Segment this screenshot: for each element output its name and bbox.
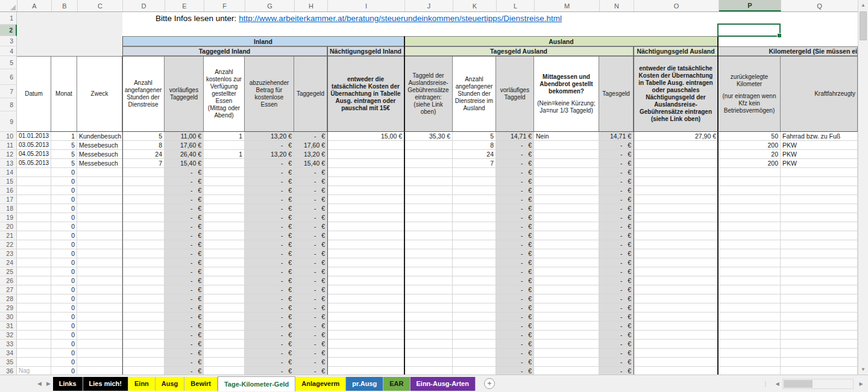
cell-P17[interactable]	[719, 195, 781, 204]
cell-G13[interactable]: - €	[245, 159, 294, 168]
cell-A11[interactable]: 03.05.2013	[17, 141, 51, 150]
cell-A14[interactable]	[17, 168, 51, 177]
cell-H30[interactable]: - €	[294, 313, 327, 322]
row-header-5[interactable]: 5	[0, 56, 17, 69]
cell-C19[interactable]	[77, 213, 122, 222]
cell-N18[interactable]: - €	[599, 204, 634, 213]
cell-F26[interactable]	[204, 276, 245, 285]
field-header-abzug-essen[interactable]: abzuziehender Betrag für kostenlose Esse…	[245, 56, 294, 132]
cell-D13[interactable]: 7	[122, 159, 165, 168]
cell-M26[interactable]	[534, 276, 599, 285]
cell-H13[interactable]: 15,40 €	[294, 159, 327, 168]
cell-P21[interactable]	[719, 231, 781, 240]
row-header-34[interactable]: 34	[0, 349, 17, 358]
row-header-11[interactable]: 11	[0, 141, 17, 150]
hscroll-left-button[interactable]: ◀	[772, 379, 782, 389]
cell-C13[interactable]: Messebesuch	[77, 159, 122, 168]
cell-Q13[interactable]: PKW	[781, 159, 858, 168]
cell-H32[interactable]: - €	[294, 331, 327, 340]
cell-O33[interactable]	[634, 340, 719, 349]
cell-M10[interactable]: Nein	[534, 132, 599, 141]
cell-C11[interactable]: Messebesuch	[77, 141, 122, 150]
column-header-I[interactable]: I	[328, 0, 405, 11]
select-all-corner[interactable]	[0, 0, 17, 11]
cell-M16[interactable]	[534, 186, 599, 195]
cell-O31[interactable]	[634, 322, 719, 331]
column-header-Q[interactable]: Q	[781, 0, 858, 11]
row-header-6[interactable]: 6	[0, 69, 17, 85]
cell-G33[interactable]: - €	[245, 340, 294, 349]
cell-D33[interactable]	[122, 340, 165, 349]
cell-A34[interactable]	[17, 349, 51, 358]
cell-J11[interactable]	[404, 141, 453, 150]
cell-E36[interactable]: - €	[165, 367, 204, 375]
cell-Q30[interactable]	[781, 313, 858, 322]
cell-O35[interactable]	[634, 358, 719, 367]
cell-P36[interactable]	[719, 367, 781, 375]
cell-I27[interactable]	[327, 285, 404, 294]
row-header-35[interactable]: 35	[0, 358, 17, 367]
row-header-17[interactable]: 17	[0, 195, 17, 204]
cell-A21[interactable]	[17, 231, 51, 240]
column-header-D[interactable]: D	[123, 0, 165, 11]
field-header-mittagessen[interactable]: Mittagessen und Abendbrot gestellt bekom…	[534, 56, 599, 132]
row-header-8[interactable]: 8	[0, 98, 17, 111]
cell-Q31[interactable]	[781, 322, 858, 331]
cell-C10[interactable]: Kundenbesuch	[77, 132, 122, 141]
cell-B25[interactable]: 0	[51, 267, 77, 276]
cell-G12[interactable]: 13,20 €	[245, 150, 294, 159]
cell-D25[interactable]	[122, 267, 165, 276]
cell-K35[interactable]	[453, 358, 496, 367]
cell-H28[interactable]: - €	[294, 294, 327, 303]
cell-G21[interactable]: - €	[245, 231, 294, 240]
cell-L16[interactable]: - €	[496, 186, 534, 195]
cell-H34[interactable]: - €	[294, 349, 327, 358]
cell-A12[interactable]: 04.05.2013	[17, 150, 51, 159]
cell-I34[interactable]	[327, 349, 404, 358]
cell-E35[interactable]: - €	[165, 358, 204, 367]
cell-J13[interactable]	[404, 159, 453, 168]
cell-D32[interactable]	[122, 331, 165, 340]
cell-L23[interactable]: - €	[496, 249, 534, 258]
cell-P26[interactable]	[719, 276, 781, 285]
cell-K15[interactable]	[453, 177, 496, 186]
field-header-naechtigung-inland[interactable]: entweder die tatsächliche Kosten der Übe…	[327, 56, 404, 132]
cell-L15[interactable]: - €	[496, 177, 534, 186]
cell-L30[interactable]: - €	[496, 313, 534, 322]
field-header-taggeld-auslandssaetze[interactable]: Taggeld der Auslandsreise-Gebührensätze …	[404, 56, 453, 132]
vertical-scroll-thumb[interactable]	[860, 11, 867, 40]
cell-I30[interactable]	[327, 313, 404, 322]
cell-H33[interactable]: - €	[294, 340, 327, 349]
cell-F11[interactable]	[204, 141, 245, 150]
column-header-K[interactable]: K	[453, 0, 497, 11]
cell-E16[interactable]: - €	[165, 186, 204, 195]
sheet-tab-links[interactable]: Links	[53, 377, 83, 391]
cell-O28[interactable]	[634, 294, 719, 303]
cell-D19[interactable]	[122, 213, 165, 222]
cell-M35[interactable]	[534, 358, 599, 367]
cell-P22[interactable]	[719, 240, 781, 249]
cell-O12[interactable]	[634, 150, 719, 159]
sheet-tab-lies-mich-[interactable]: Lies mich!	[83, 377, 128, 391]
field-header-kostenlose-essen[interactable]: Anzahl kostenlos zur Verfügung gestellte…	[204, 56, 245, 132]
cell-A31[interactable]	[17, 322, 51, 331]
cell-G18[interactable]: - €	[245, 204, 294, 213]
cell-K33[interactable]	[453, 340, 496, 349]
row-header-31[interactable]: 31	[0, 322, 17, 331]
cell-K21[interactable]	[453, 231, 496, 240]
cell-N12[interactable]: - €	[599, 150, 634, 159]
cell-G11[interactable]: - €	[245, 141, 294, 150]
column-header-G[interactable]: G	[245, 0, 295, 11]
cell-G25[interactable]: - €	[245, 267, 294, 276]
cell-D27[interactable]	[122, 285, 165, 294]
cell-M34[interactable]	[534, 349, 599, 358]
cell-E20[interactable]: - €	[165, 222, 204, 231]
cell-D14[interactable]	[122, 168, 165, 177]
cell-M33[interactable]	[534, 340, 599, 349]
subsection-naechtigungsgeld-ausland[interactable]: Nächtigungsgeld Ausland	[634, 46, 719, 56]
cell-A1-C1[interactable]	[17, 12, 122, 25]
cell-H27[interactable]: - €	[294, 285, 327, 294]
cell-L20[interactable]: - €	[496, 222, 534, 231]
field-header-stunden-inland[interactable]: Anzahl angefangener Stunden der Dienstre…	[122, 56, 165, 132]
cell-H20[interactable]: - €	[294, 222, 327, 231]
